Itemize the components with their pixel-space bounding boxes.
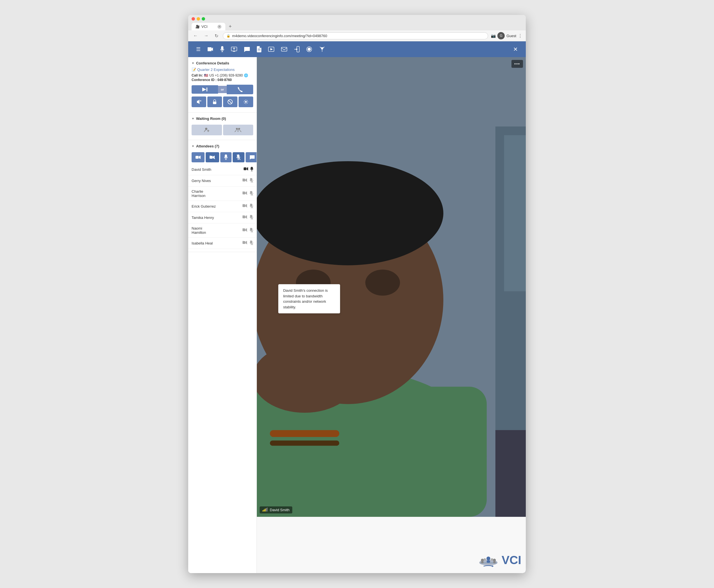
active-tab[interactable]: 🎥 VCI ×	[192, 23, 225, 30]
minimize-traffic-light[interactable]	[197, 17, 200, 21]
video-off-icon	[243, 215, 248, 220]
conference-details-label: Conference Details	[196, 61, 229, 65]
tab-close-button[interactable]: ×	[217, 25, 222, 29]
attendee-name: David Smith	[192, 167, 244, 172]
block-button[interactable]	[223, 97, 238, 107]
record-button[interactable]	[303, 44, 315, 54]
attendee-name: NaomiHamilton	[192, 226, 243, 235]
waiting-room-section: ▼ Waiting Room (0)	[188, 112, 256, 140]
attendee-row-tamika-henry[interactable]: Tamika Henry	[188, 212, 256, 224]
add-person-button[interactable]	[192, 125, 222, 135]
attendee-row-charlie-harrison[interactable]: CharlieHarrison	[188, 187, 256, 201]
address-bar: ← → ↻ 🔒 m4demo.videoconferencinginfo.com…	[188, 30, 526, 41]
svg-rect-15	[213, 102, 216, 104]
video-name-bar: David Smith	[260, 506, 292, 513]
back-button[interactable]: ←	[192, 33, 200, 39]
svg-rect-25	[195, 156, 198, 159]
profile-avatar[interactable]: G	[497, 32, 505, 39]
refresh-button[interactable]: ↻	[213, 33, 220, 39]
svg-rect-85	[496, 430, 526, 517]
app-container: ☰	[188, 41, 526, 573]
attendee-name: Erick Gutierrez	[192, 204, 243, 208]
svg-marker-10	[202, 87, 206, 91]
svg-point-22	[236, 128, 238, 130]
attendee-row-isabella-heal[interactable]: Isabella Heal	[188, 238, 256, 249]
attendees-label: Attendees (7)	[196, 144, 219, 148]
video-bottom-area: VCI	[257, 517, 526, 573]
svg-rect-87	[264, 509, 265, 511]
email-button[interactable]	[278, 45, 291, 54]
attendee-row-naomi-hamilton[interactable]: NaomiHamilton	[188, 224, 256, 238]
conference-details-header[interactable]: ▼ Conference Details	[188, 60, 256, 67]
svg-rect-30	[225, 154, 227, 158]
svg-point-97	[484, 558, 486, 561]
mic-off-icon	[250, 215, 253, 220]
call-in-line: Call In: 🇺🇸 US +1 (206) 928-9280 🌐	[192, 74, 253, 77]
chat-ctrl[interactable]	[246, 152, 257, 162]
waiting-room-label: Waiting Room (0)	[196, 117, 226, 121]
video-off-icon	[243, 204, 248, 209]
mic-on-ctrl[interactable]	[220, 152, 232, 162]
top-toolbar: ☰	[188, 41, 526, 57]
video-more-button[interactable]: •••	[511, 60, 523, 68]
settings-button[interactable]	[238, 97, 253, 107]
attendee-row-david-smith[interactable]: David Smith	[188, 164, 256, 175]
fullscreen-traffic-light[interactable]	[202, 17, 205, 21]
video-on-ctrl[interactable]	[192, 152, 205, 162]
mic-button[interactable]	[217, 44, 228, 55]
browser-window: 🎥 VCI × + ← → ↻ 🔒 m4demo.videoconferenci…	[188, 15, 526, 573]
us-flag: 🇺🇸	[204, 74, 208, 77]
add-group-button[interactable]	[223, 125, 253, 135]
close-traffic-light[interactable]	[192, 17, 195, 21]
attendees-header[interactable]: ▼ Attendees (7)	[188, 143, 256, 150]
vci-text: VCI	[502, 553, 521, 567]
lock-icon: 🔒	[227, 34, 230, 38]
doc-button[interactable]	[253, 44, 265, 55]
chat-button[interactable]	[240, 44, 253, 54]
url-bar[interactable]: 🔒 m4demo.videoconferencinginfo.com/meeti…	[223, 33, 488, 39]
video-area: ••• David Smith's connection is limited …	[257, 57, 526, 573]
audio-dial-button[interactable]	[192, 85, 218, 94]
conference-details-section: ▼ Conference Details 📝 Quarter 2 Expecta…	[188, 57, 256, 112]
action-buttons	[192, 97, 253, 107]
camera-permission-icon: 📷	[491, 34, 496, 38]
broadcast-button[interactable]	[315, 44, 329, 54]
svg-point-98	[493, 559, 496, 562]
attendee-icons	[243, 204, 253, 209]
new-tab-button[interactable]: +	[228, 24, 233, 29]
phone-dial-button[interactable]	[227, 85, 253, 94]
tab-title: VCI	[202, 24, 208, 29]
video-icon	[244, 167, 248, 172]
forward-button[interactable]: →	[202, 33, 210, 39]
video-off-ctrl[interactable]	[206, 152, 219, 162]
attendee-row-gerry-nives[interactable]: Gerry Nives	[188, 175, 256, 187]
video-off-icon	[243, 191, 248, 196]
attendee-name: Isabella Heal	[192, 241, 243, 245]
bandwidth-message: David Smith's connection is limited due …	[283, 288, 328, 309]
bandwidth-tooltip: David Smith's connection is limited due …	[278, 284, 340, 313]
svg-point-100	[491, 558, 493, 561]
svg-line-17	[228, 100, 232, 104]
chevron-down-icon: ▼	[192, 62, 194, 65]
screen-share-button[interactable]	[228, 44, 240, 54]
lock-button[interactable]	[207, 97, 222, 107]
waiting-room-header[interactable]: ▼ Waiting Room (0)	[188, 115, 256, 123]
svg-rect-96	[481, 561, 484, 563]
attendees-section: ▼ Attendees (7)	[188, 140, 256, 252]
svg-rect-83	[270, 441, 339, 446]
browser-chrome: 🎥 VCI × +	[188, 15, 526, 30]
mute-all-button[interactable]	[192, 97, 206, 107]
vci-logo: VCI	[479, 552, 521, 569]
attendee-row-erick-gutierrez[interactable]: Erick Gutierrez	[188, 201, 256, 212]
camera-button[interactable]	[204, 44, 217, 54]
close-button[interactable]: ✕	[510, 44, 521, 55]
signin-button[interactable]	[291, 44, 303, 55]
play-button[interactable]	[265, 44, 278, 54]
browser-more-button[interactable]: ⋮	[518, 33, 522, 39]
mic-off-ctrl[interactable]	[233, 152, 245, 162]
menu-button[interactable]: ☰	[193, 44, 204, 55]
svg-point-93	[486, 556, 490, 561]
signal-strength-icon	[262, 507, 268, 512]
attendee-name: Tamika Henry	[192, 215, 243, 220]
attendee-icons	[244, 167, 253, 172]
